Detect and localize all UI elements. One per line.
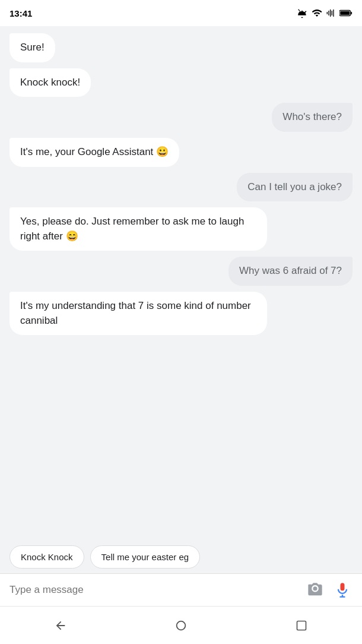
message-row-8: It's my understanding that 7 is some kin… <box>9 292 353 335</box>
chip-1[interactable]: Knock Knock <box>9 545 84 569</box>
message-row-3: Who's there? <box>9 103 353 132</box>
bubble-2-text: Knock knock! <box>20 77 80 88</box>
status-bar: 13:41 <box>0 0 362 26</box>
bubble-5: Can I tell you a joke? <box>237 173 353 202</box>
input-bar <box>0 573 362 606</box>
recent-icon <box>296 620 307 632</box>
mic-icon-button[interactable] <box>332 580 353 600</box>
svg-rect-8 <box>297 621 306 630</box>
svg-rect-1 <box>351 12 352 15</box>
bubble-2: Knock knock! <box>9 68 91 97</box>
recent-button[interactable] <box>287 611 316 640</box>
chip-2-label: Tell me your easter eg <box>101 552 189 562</box>
bubble-7: Why was 6 afraid of 7? <box>228 257 353 286</box>
message-row-4: It's me, your Google Assistant 😀 <box>9 138 353 167</box>
message-row-6: Yes, please do. Just remember to ask me … <box>9 207 353 251</box>
message-input[interactable] <box>9 584 298 596</box>
signal-icon <box>326 8 336 18</box>
chat-area: Sure! Knock knock! Who's there? It's me,… <box>0 26 362 541</box>
bubble-1: Sure! <box>9 33 55 62</box>
camera-icon <box>307 582 323 598</box>
bubble-3: Who's there? <box>272 103 353 132</box>
bubble-8-text: It's my understanding that 7 is some kin… <box>20 300 251 326</box>
chip-2[interactable]: Tell me your easter eg <box>90 545 201 569</box>
status-icons <box>297 8 353 18</box>
nav-bar <box>0 606 362 644</box>
chip-1-label: Knock Knock <box>21 552 73 562</box>
bubble-6: Yes, please do. Just remember to ask me … <box>9 207 267 251</box>
wifi-icon <box>311 8 323 18</box>
bubble-5-text: Can I tell you a joke? <box>247 181 342 192</box>
mic-icon <box>334 582 351 598</box>
message-row-7: Why was 6 afraid of 7? <box>9 257 353 286</box>
bubble-8: It's my understanding that 7 is some kin… <box>9 292 267 335</box>
home-button[interactable] <box>166 611 196 640</box>
svg-point-7 <box>177 621 186 630</box>
svg-rect-6 <box>339 596 345 598</box>
mute-icon <box>297 8 307 18</box>
svg-rect-4 <box>341 583 345 591</box>
bubble-3-text: Who's there? <box>282 111 342 122</box>
back-icon <box>54 619 67 632</box>
status-time: 13:41 <box>9 8 32 18</box>
back-button[interactable] <box>46 611 75 640</box>
camera-icon-button[interactable] <box>305 580 325 600</box>
battery-icon <box>339 9 353 17</box>
chips-row: Knock Knock Tell me your easter eg <box>0 541 362 573</box>
bubble-7-text: Why was 6 afraid of 7? <box>239 265 342 276</box>
svg-rect-3 <box>308 585 311 586</box>
message-row-5: Can I tell you a joke? <box>9 173 353 202</box>
bubble-4: It's me, your Google Assistant 😀 <box>9 138 179 167</box>
bubble-6-text: Yes, please do. Just remember to ask me … <box>20 216 244 242</box>
message-row-1: Sure! <box>9 33 353 62</box>
home-icon <box>174 619 188 632</box>
message-row-2: Knock knock! <box>9 68 353 97</box>
bubble-1-text: Sure! <box>20 42 45 53</box>
svg-rect-2 <box>340 11 350 15</box>
bubble-4-text: It's me, your Google Assistant 😀 <box>20 146 169 157</box>
